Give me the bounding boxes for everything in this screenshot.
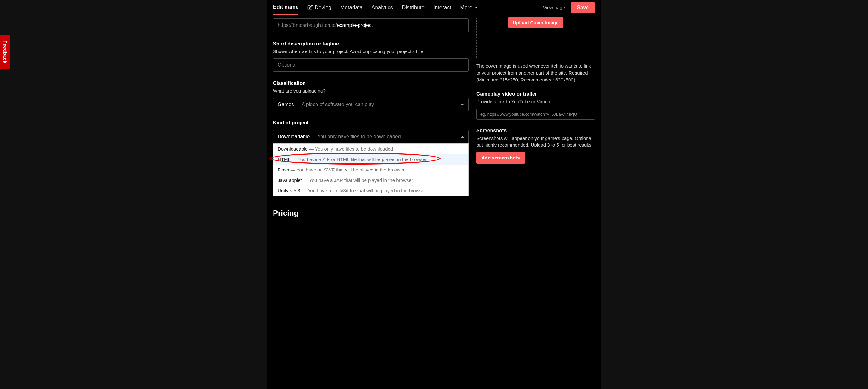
option-name: Flash <box>278 167 289 172</box>
chevron-down-icon <box>461 104 464 105</box>
kind-select[interactable]: Downloadable — You only have files to be… <box>273 130 469 143</box>
classification-value-desc: — A piece of software you can play <box>294 102 374 107</box>
tab-more[interactable]: More <box>460 0 478 15</box>
chevron-up-icon <box>461 136 464 138</box>
tab-interact[interactable]: Interact <box>433 0 452 15</box>
url-slug: example-project <box>337 23 373 28</box>
tab-edit-game[interactable]: Edit game <box>273 0 299 15</box>
pricing-heading: Pricing <box>273 209 469 218</box>
kind-option-html[interactable]: HTML — You have a ZIP or HTML file that … <box>273 154 468 164</box>
cover-upload-area: Upload Cover Image <box>476 18 595 58</box>
video-hint: Provide a link to YouTube or Vimeo. <box>476 98 595 105</box>
video-url-input[interactable] <box>476 108 595 120</box>
screenshots-hint: Screenshots will appear on your game's p… <box>476 135 595 148</box>
option-name: Java applet <box>278 177 302 183</box>
option-name: HTML <box>278 157 290 162</box>
classification-label: Classification <box>273 80 469 86</box>
option-desc: — You only have files to be downloaded <box>308 146 393 152</box>
kind-label: Kind of project <box>273 120 469 126</box>
project-url-field[interactable]: https://bmcarbaugh.itch.io/example-proje… <box>273 18 469 32</box>
classification-value: Games <box>278 102 294 107</box>
upload-cover-button[interactable]: Upload Cover Image <box>508 17 563 28</box>
option-desc: — You have a JAR that will be played in … <box>302 177 413 183</box>
classification-select[interactable]: Games — A piece of software you can play <box>273 98 469 111</box>
kind-option-downloadable[interactable]: Downloadable — You only have files to be… <box>273 144 468 154</box>
classification-hint: What are you uploading? <box>273 88 469 94</box>
short-desc-input[interactable] <box>273 58 469 72</box>
chevron-down-icon <box>475 7 478 8</box>
cover-hint: The cover image is used whenever itch.io… <box>476 63 595 83</box>
kind-option-java[interactable]: Java applet — You have a JAR that will b… <box>273 175 468 185</box>
option-desc: — You have a Unity3d file that will be p… <box>300 188 426 193</box>
devlog-icon <box>307 5 313 10</box>
tab-metadata[interactable]: Metadata <box>340 0 363 15</box>
tab-distribute[interactable]: Distribute <box>402 0 425 15</box>
short-desc-label: Short description or tagline <box>273 41 469 47</box>
add-screenshots-button[interactable]: Add screenshots <box>476 152 525 164</box>
video-label: Gameplay video or trailer <box>476 91 595 97</box>
save-button[interactable]: Save <box>571 2 595 13</box>
tab-devlog[interactable]: Devlog <box>307 0 331 15</box>
tab-devlog-label: Devlog <box>315 4 331 11</box>
main-container: Edit game Devlog Metadata Analytics Dist… <box>267 0 601 389</box>
tab-analytics[interactable]: Analytics <box>371 0 393 15</box>
screenshots-label: Screenshots <box>476 128 595 134</box>
url-prefix: https://bmcarbaugh.itch.io/ <box>278 23 337 28</box>
option-desc: — You have a ZIP or HTML file that will … <box>290 157 427 162</box>
tab-more-label: More <box>460 4 472 11</box>
option-name: Unity ≤ 5.3 <box>278 188 300 193</box>
top-nav: Edit game Devlog Metadata Analytics Dist… <box>267 0 601 15</box>
kind-option-flash[interactable]: Flash — You have an SWF that will be pla… <box>273 164 468 175</box>
kind-dropdown: Downloadable — You only have files to be… <box>273 143 469 196</box>
feedback-tab[interactable]: Feedback <box>0 35 10 69</box>
view-page-link[interactable]: View page <box>543 5 565 10</box>
kind-option-unity[interactable]: Unity ≤ 5.3 — You have a Unity3d file th… <box>273 185 468 196</box>
kind-value-desc: — You only have files to be downloaded <box>310 134 401 139</box>
option-desc: — You have an SWF that will be played in… <box>289 167 405 172</box>
short-desc-hint: Shown when we link to your project. Avoi… <box>273 48 469 55</box>
kind-value: Downloadable <box>278 134 310 139</box>
option-name: Downloadable <box>278 146 308 152</box>
